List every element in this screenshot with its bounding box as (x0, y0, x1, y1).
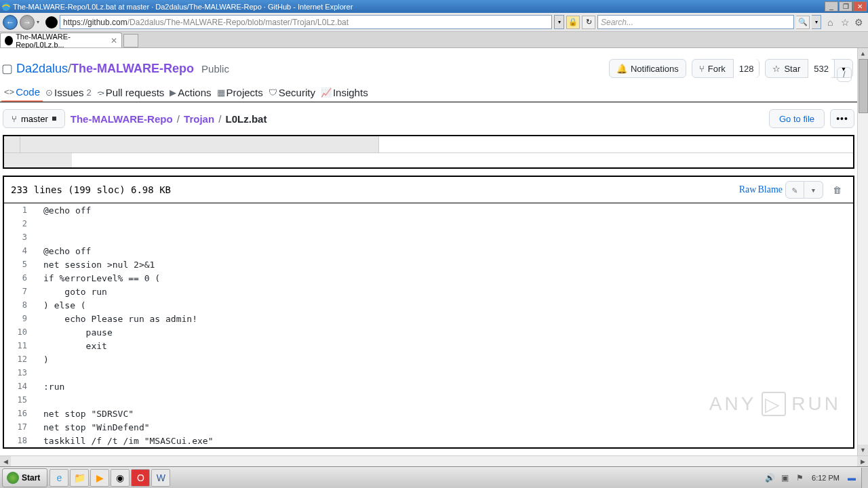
taskbar-word[interactable]: W (151, 469, 170, 487)
clock[interactable]: 6:12 PM (812, 474, 840, 482)
show-desktop-button[interactable] (861, 468, 868, 488)
search-dropdown[interactable]: ▾ (812, 15, 821, 29)
line-content: @echo off (34, 205, 91, 216)
line-number[interactable]: 10 (4, 327, 34, 337)
insights-icon: 📈 (321, 87, 332, 98)
line-number[interactable]: 13 (4, 368, 34, 378)
volume-icon[interactable]: 🔊 (764, 472, 775, 483)
play-icon: ▷ (762, 392, 786, 416)
tab-code[interactable]: <>Code (1, 83, 43, 102)
slash-shortcut[interactable]: / (837, 67, 852, 82)
line-number[interactable]: 1 (4, 205, 34, 215)
file-stats: 233 lines (199 sloc) 6.98 KB (11, 184, 739, 195)
line-number[interactable]: 17 (4, 422, 34, 432)
breadcrumb-root[interactable]: The-MALWARE-Repo (71, 113, 173, 125)
line-number[interactable]: 16 (4, 409, 34, 418)
network-icon[interactable]: ▣ (779, 472, 790, 483)
scroll-up-icon[interactable]: ▲ (858, 48, 868, 59)
code-line: 12) (4, 352, 853, 366)
file-bar: ⑂ master The-MALWARE-Repo / Trojan / L0L… (0, 102, 857, 135)
url-path: /Da2dalus/The-MALWARE-Repo/blob/master/T… (127, 18, 349, 27)
projects-icon: ▦ (217, 87, 225, 98)
star-button[interactable]: ☆Star532 (765, 59, 835, 78)
lock-icon[interactable]: 🔒 (566, 16, 580, 29)
line-content: ) (34, 354, 49, 365)
taskbar-opera[interactable]: O (131, 469, 150, 487)
owner-link[interactable]: Da2dalus (16, 62, 68, 75)
favorites-icon[interactable]: ☆ (841, 17, 852, 28)
minimize-button[interactable]: _ (825, 1, 838, 12)
repo-icon: ▢ (1, 62, 13, 75)
branch-select[interactable]: ⑂ master (3, 109, 65, 128)
tools-icon[interactable]: ⚙ (854, 17, 865, 28)
ie-icon (1, 2, 11, 12)
line-number[interactable]: 12 (4, 354, 34, 364)
line-number[interactable]: 2 (4, 219, 34, 228)
blame-link[interactable]: Blame (757, 184, 783, 195)
scroll-right-icon[interactable]: ▶ (857, 456, 868, 466)
commit-box (3, 135, 854, 169)
issues-icon: ⊙ (45, 87, 53, 98)
address-dropdown[interactable]: ▾ (554, 15, 564, 29)
line-number[interactable]: 14 (4, 382, 34, 391)
line-content: if %errorLevel% == 0 ( (34, 273, 160, 283)
line-number[interactable]: 7 (4, 287, 34, 296)
delete-icon[interactable]: 🗑 (827, 181, 846, 199)
tab-close-icon[interactable]: ✕ (111, 36, 117, 45)
edit-icon[interactable]: ✎ (785, 181, 804, 199)
line-number[interactable]: 3 (4, 232, 34, 242)
breadcrumb-dir[interactable]: Trojan (184, 113, 214, 125)
search-go-button[interactable]: 🔍 (796, 16, 810, 29)
browser-tab[interactable]: The-MALWARE-Repo/L0Lz.b... ✕ (0, 33, 122, 47)
taskbar-ie[interactable]: e (50, 469, 68, 487)
notifications-button[interactable]: 🔔Notifications (609, 59, 686, 78)
line-number[interactable]: 9 (4, 314, 34, 323)
tab-projects[interactable]: ▦Projects (214, 83, 266, 102)
page-content: / ▢ Da2dalus/The-MALWARE-Repo Public 🔔No… (0, 48, 857, 455)
flag-icon[interactable]: ⚑ (794, 472, 805, 483)
line-number[interactable]: 4 (4, 246, 34, 256)
address-bar[interactable]: https://github.com/Da2dalus/The-MALWARE-… (60, 15, 552, 29)
line-number[interactable]: 15 (4, 395, 34, 405)
maximize-button[interactable]: ❐ (839, 1, 852, 12)
tab-security[interactable]: 🛡Security (266, 83, 318, 102)
fork-button[interactable]: ⑂Fork128 (692, 59, 760, 78)
taskbar-explorer[interactable]: 📁 (70, 469, 89, 487)
goto-file-button[interactable]: Go to file (769, 109, 825, 128)
taskbar-mediaplayer[interactable]: ▶ (90, 469, 109, 487)
url-host: https://github.com (63, 18, 127, 27)
breadcrumb-file: L0Lz.bat (226, 113, 267, 125)
new-tab-button[interactable] (123, 34, 138, 47)
tab-issues[interactable]: ⊙Issues2 (43, 83, 94, 102)
vertical-scrollbar[interactable]: ▲ ▼ (857, 48, 868, 455)
scroll-left-icon[interactable]: ◀ (0, 456, 11, 466)
line-number[interactable]: 6 (4, 273, 34, 283)
scroll-thumb[interactable] (859, 59, 868, 113)
tab-insights[interactable]: 📈Insights (318, 83, 371, 102)
raw-link[interactable]: Raw (739, 184, 757, 195)
line-number[interactable]: 11 (4, 341, 34, 350)
window-title: The-MALWARE-Repo/L0Lz.bat at master · Da… (13, 3, 824, 11)
tab-pull-requests[interactable]: ⤼Pull requests (94, 83, 167, 102)
line-number[interactable]: 8 (4, 300, 34, 310)
refresh-button[interactable]: ↻ (582, 16, 595, 29)
tray-monitor-icon[interactable]: ▬ (846, 472, 857, 483)
code-line: 14:run (4, 380, 853, 393)
start-button[interactable]: Start (2, 468, 47, 487)
close-button[interactable]: ✕ (853, 1, 867, 12)
line-number[interactable]: 18 (4, 436, 34, 445)
nav-history-dropdown[interactable]: ▾ (37, 19, 43, 25)
horizontal-scrollbar[interactable]: ◀ ▶ (0, 455, 868, 466)
forward-button[interactable]: → (20, 15, 35, 30)
edit-dropdown[interactable]: ▾ (804, 181, 823, 199)
search-input[interactable]: Search... (597, 15, 794, 29)
window-titlebar: The-MALWARE-Repo/L0Lz.bat at master · Da… (0, 0, 868, 13)
scroll-down-icon[interactable]: ▼ (858, 445, 868, 455)
back-button[interactable]: ← (3, 15, 18, 30)
more-button[interactable]: ••• (830, 109, 854, 128)
taskbar-chrome[interactable]: ◉ (111, 469, 130, 487)
tab-actions[interactable]: ▶Actions (167, 83, 214, 102)
line-number[interactable]: 5 (4, 260, 34, 269)
repo-link[interactable]: The-MALWARE-Repo (71, 62, 194, 75)
home-icon[interactable]: ⌂ (827, 17, 838, 28)
